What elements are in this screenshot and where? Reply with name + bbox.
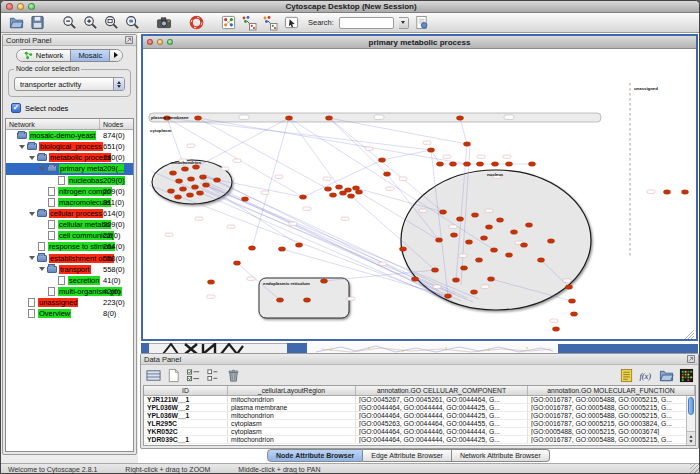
tree-row[interactable]: mosaic-demo-yeast874(0) — [6, 130, 133, 141]
network-canvas[interactable]: plasma membranecytoplasmmitochondrionnuc… — [143, 49, 696, 339]
network-node[interactable] — [378, 158, 385, 163]
combo-stepper[interactable] — [113, 78, 124, 90]
import-attributes-icon[interactable] — [618, 367, 634, 383]
network-node[interactable] — [276, 298, 283, 303]
network-node[interactable] — [470, 290, 477, 295]
search-settings-icon[interactable] — [414, 15, 430, 31]
network-node[interactable] — [480, 236, 487, 241]
network-edge[interactable] — [329, 118, 443, 212]
tree-row[interactable]: transport558(0) — [6, 264, 133, 275]
network-node[interactable] — [347, 194, 354, 199]
network-node[interactable] — [213, 178, 220, 183]
network-node[interactable] — [427, 148, 434, 153]
network-node[interactable] — [278, 247, 285, 252]
disclosure-triangle-icon[interactable] — [29, 156, 35, 160]
tab-node-attribute-browser[interactable]: Node Attribute Browser — [267, 449, 363, 462]
table-row[interactable]: YPL036W__2plasma membrane[GO:0044464, GO… — [144, 404, 695, 412]
float-panel-icon[interactable] — [125, 36, 133, 44]
network-node[interactable] — [196, 191, 203, 196]
network-graph[interactable]: plasma membranecytoplasmmitochondrionnuc… — [143, 49, 696, 339]
network-node[interactable] — [167, 189, 174, 194]
table-row[interactable]: YPL036W__1mitochondrion[GO:0044464, GO:0… — [144, 412, 695, 420]
network-node[interactable] — [175, 179, 182, 184]
network-node[interactable] — [399, 247, 406, 252]
network-node[interactable] — [320, 279, 327, 284]
network-node[interactable] — [452, 278, 459, 283]
select-mode-icon[interactable] — [283, 15, 299, 31]
network-node[interactable] — [510, 230, 517, 235]
tree-row[interactable]: biological_process651(0) — [6, 141, 133, 152]
network-node[interactable] — [248, 246, 255, 251]
table-row[interactable]: YJR121W__1mitochondrion[GO:0045267, GO:0… — [144, 396, 695, 404]
network-node[interactable] — [194, 116, 201, 121]
zoom-selected-icon[interactable] — [124, 15, 140, 31]
network-node[interactable] — [505, 253, 512, 258]
tree-row[interactable]: establishment of lo558(0) — [6, 253, 133, 264]
network-node[interactable] — [191, 185, 198, 190]
network-node[interactable] — [565, 285, 572, 290]
network-node[interactable] — [285, 116, 292, 121]
tree-row[interactable]: Overview8(0) — [6, 308, 133, 319]
tree-row[interactable]: cellular metabo209(0) — [6, 219, 133, 230]
select-nodes-checkbox[interactable]: ✓ — [11, 103, 21, 113]
network-node[interactable] — [491, 162, 498, 167]
float-panel-icon[interactable] — [687, 355, 695, 363]
scrollbar-thumb[interactable] — [688, 397, 694, 415]
network-tree-header[interactable]: Network Nodes — [6, 119, 133, 130]
tree-row[interactable]: response to stimulu264(0) — [6, 241, 133, 252]
network-node[interactable] — [383, 172, 390, 177]
network-node[interactable] — [186, 193, 193, 198]
network-node[interactable] — [174, 195, 181, 200]
table-row[interactable]: YLR295Ccytoplasm[GO:0045263, GO:0044464,… — [144, 420, 695, 428]
network-node[interactable] — [181, 167, 188, 172]
matrix-view-icon[interactable] — [678, 367, 694, 383]
search-dropdown-arrow[interactable] — [399, 17, 409, 29]
resize-grip[interactable] — [690, 464, 700, 474]
network-node[interactable] — [192, 165, 199, 170]
disclosure-triangle-icon[interactable] — [39, 267, 45, 271]
network-node[interactable] — [460, 266, 467, 271]
table-row[interactable]: YKR052Ccytoplasm[GO:0044464, GO:0044446,… — [144, 428, 695, 436]
network-view-window[interactable]: primary metabolic process plasma membran… — [141, 34, 698, 341]
network-node[interactable] — [179, 187, 186, 192]
network-node[interactable] — [520, 243, 527, 248]
network-node[interactable] — [207, 280, 214, 285]
tree-row[interactable]: macromolecule311(0) — [6, 197, 133, 208]
tree-row[interactable]: multi-organism pro42(0) — [6, 286, 133, 297]
new-attribute-icon[interactable] — [165, 367, 181, 383]
column-header[interactable]: ID — [144, 386, 228, 395]
tree-row[interactable]: nucleobase-209(0) — [6, 175, 133, 186]
network-node[interactable] — [233, 261, 240, 266]
tree-row[interactable]: metabolic process280(0) — [6, 152, 133, 163]
network-node[interactable] — [547, 239, 554, 244]
network-node[interactable] — [411, 277, 418, 282]
network-edge[interactable] — [382, 150, 431, 160]
network-node[interactable] — [463, 162, 470, 167]
copy-style-icon[interactable] — [241, 15, 257, 31]
tree-row[interactable]: secretion41(0) — [6, 275, 133, 286]
network-node[interactable] — [505, 162, 512, 167]
network-node[interactable] — [435, 238, 442, 243]
network-node[interactable] — [436, 162, 443, 167]
network-node[interactable] — [487, 277, 494, 282]
network-node[interactable] — [476, 162, 483, 167]
network-view-titlebar[interactable]: primary metabolic process — [143, 36, 696, 49]
zoom-in-icon[interactable] — [82, 15, 98, 31]
network-node[interactable] — [471, 213, 478, 218]
tree-row[interactable]: unassigned223(0) — [6, 297, 133, 308]
network-node[interactable] — [465, 240, 472, 245]
paste-style-icon[interactable] — [262, 15, 278, 31]
more-tabs-button[interactable] — [109, 50, 122, 61]
network-edge[interactable] — [252, 118, 289, 248]
table-row[interactable]: YDR039C__1mitochondrion[GO:0044464, GO:0… — [144, 436, 695, 444]
table-scrollbar[interactable] — [686, 396, 695, 445]
network-node[interactable] — [303, 298, 310, 303]
disclosure-triangle-icon[interactable] — [29, 212, 35, 216]
network-node[interactable] — [335, 185, 342, 190]
network-node[interactable] — [525, 223, 532, 228]
open-file-icon[interactable] — [8, 15, 24, 31]
network-node[interactable] — [528, 162, 535, 167]
network-edge[interactable] — [206, 185, 299, 245]
column-header[interactable]: annotation.GO MOLECULAR_FUNCTION — [528, 386, 695, 395]
network-edge[interactable] — [196, 118, 289, 167]
